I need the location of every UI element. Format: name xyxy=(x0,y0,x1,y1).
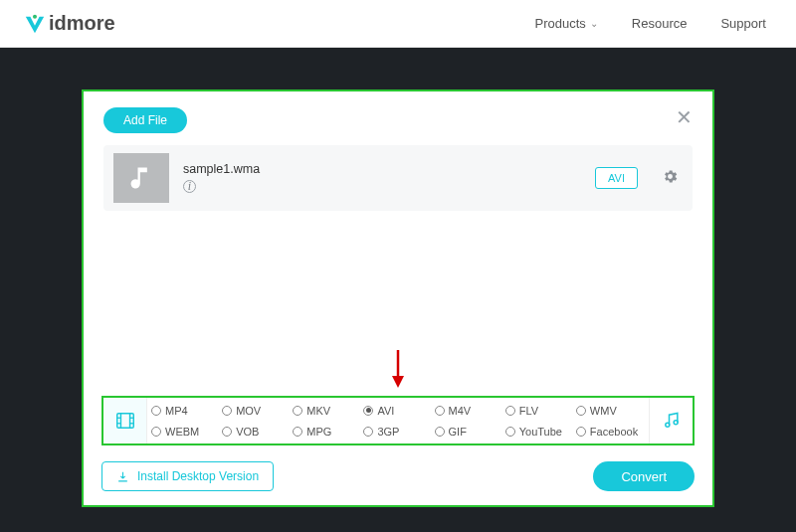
radio-icon xyxy=(363,427,373,437)
gear-icon[interactable] xyxy=(662,168,679,189)
logo-mark-icon xyxy=(24,13,46,35)
output-format-button[interactable]: AVI xyxy=(595,167,638,189)
format-option-wmv[interactable]: WMV xyxy=(576,405,645,417)
format-option-m4v[interactable]: M4V xyxy=(435,405,503,417)
nav-products[interactable]: Products ⌄ xyxy=(535,16,598,31)
format-label: MP4 xyxy=(165,405,188,417)
music-icon xyxy=(662,411,682,431)
radio-icon xyxy=(576,406,586,416)
converter-panel: ✕ Add File sample1.wma i AVI MP4MOVMKVAV… xyxy=(82,89,714,507)
music-note-icon xyxy=(127,164,155,192)
radio-icon xyxy=(293,406,302,416)
format-label: Facebook xyxy=(590,426,638,438)
svg-rect-3 xyxy=(116,414,133,429)
audio-formats-tab[interactable] xyxy=(649,398,693,443)
format-label: GIF xyxy=(449,426,467,438)
format-option-facebook[interactable]: Facebook xyxy=(576,426,645,438)
format-option-vob[interactable]: VOB xyxy=(222,426,291,438)
svg-marker-2 xyxy=(392,376,404,388)
format-option-webm[interactable]: WEBM xyxy=(151,426,220,438)
download-icon xyxy=(116,470,129,483)
format-label: VOB xyxy=(236,426,259,438)
nav-products-label: Products xyxy=(535,16,586,31)
format-label: WMV xyxy=(590,405,617,417)
bottom-row: Install Desktop Version Convert xyxy=(101,461,695,491)
svg-point-0 xyxy=(33,14,37,18)
format-option-3gp[interactable]: 3GP xyxy=(363,426,432,438)
format-label: M4V xyxy=(449,405,472,417)
format-label: YouTube xyxy=(519,426,562,438)
radio-icon xyxy=(435,406,445,416)
film-icon xyxy=(114,410,136,432)
nav-resource[interactable]: Resource xyxy=(632,16,688,31)
format-label: 3GP xyxy=(377,426,399,438)
radio-icon xyxy=(151,427,161,437)
format-label: AVI xyxy=(377,405,394,417)
install-desktop-button[interactable]: Install Desktop Version xyxy=(101,461,274,491)
info-icon[interactable]: i xyxy=(183,180,196,193)
install-desktop-label: Install Desktop Version xyxy=(137,469,259,483)
format-option-mp4[interactable]: MP4 xyxy=(151,405,220,417)
radio-icon xyxy=(576,427,586,437)
close-icon[interactable]: ✕ xyxy=(676,105,693,129)
radio-icon xyxy=(505,427,515,437)
format-option-mkv[interactable]: MKV xyxy=(293,405,361,417)
radio-icon xyxy=(222,427,232,437)
format-label: MKV xyxy=(306,405,330,417)
add-file-button[interactable]: Add File xyxy=(103,107,187,133)
logo-text: idmore xyxy=(49,12,115,35)
svg-point-11 xyxy=(674,421,678,425)
nav-support[interactable]: Support xyxy=(720,16,766,31)
format-label: FLV xyxy=(519,405,538,417)
topbar: idmore Products ⌄ Resource Support xyxy=(0,0,796,48)
radio-icon xyxy=(293,427,302,437)
radio-icon xyxy=(505,406,515,416)
radio-icon xyxy=(222,406,232,416)
format-option-mov[interactable]: MOV xyxy=(222,405,291,417)
format-label: MOV xyxy=(236,405,261,417)
file-row: sample1.wma i AVI xyxy=(103,145,693,211)
format-option-gif[interactable]: GIF xyxy=(435,426,503,438)
format-options: MP4MOVMKVAVIM4VFLVWMVWEBMVOBMPG3GPGIFYou… xyxy=(147,398,649,443)
format-option-youtube[interactable]: YouTube xyxy=(505,426,574,438)
format-label: MPG xyxy=(306,426,331,438)
file-info: sample1.wma i xyxy=(183,162,581,194)
format-option-flv[interactable]: FLV xyxy=(505,405,574,417)
chevron-down-icon: ⌄ xyxy=(590,18,598,29)
annotation-arrow-icon xyxy=(391,348,405,392)
format-option-mpg[interactable]: MPG xyxy=(293,426,361,438)
format-bar: MP4MOVMKVAVIM4VFLVWMVWEBMVOBMPG3GPGIFYou… xyxy=(101,396,695,445)
format-label: WEBM xyxy=(165,426,199,438)
file-name: sample1.wma xyxy=(183,162,581,176)
top-nav: Products ⌄ Resource Support xyxy=(535,16,767,31)
radio-icon xyxy=(363,406,373,416)
radio-icon xyxy=(151,406,161,416)
logo[interactable]: idmore xyxy=(24,12,115,35)
format-option-avi[interactable]: AVI xyxy=(363,405,432,417)
radio-icon xyxy=(435,427,445,437)
file-thumbnail xyxy=(113,153,169,203)
svg-point-10 xyxy=(665,423,669,427)
video-formats-tab[interactable] xyxy=(103,398,147,443)
convert-button[interactable]: Convert xyxy=(593,461,695,491)
